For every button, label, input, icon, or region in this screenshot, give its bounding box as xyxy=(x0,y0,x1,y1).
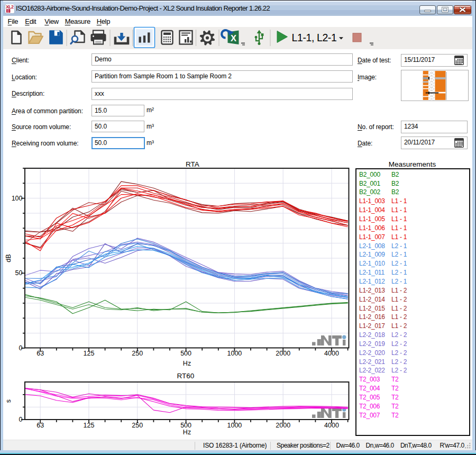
svg-text:RT60: RT60 xyxy=(177,372,195,380)
svg-text:100: 100 xyxy=(12,195,23,202)
svg-text:250: 250 xyxy=(132,350,143,357)
svg-text:2000: 2000 xyxy=(276,422,290,429)
svg-text:63: 63 xyxy=(36,350,44,357)
svg-text:4000: 4000 xyxy=(324,422,339,429)
svg-text:250: 250 xyxy=(132,422,143,429)
svg-text:s: s xyxy=(5,399,12,403)
svg-text:1000: 1000 xyxy=(227,350,242,357)
svg-text:500: 500 xyxy=(180,350,191,357)
svg-text:50: 50 xyxy=(15,269,23,277)
svg-text:4000: 4000 xyxy=(324,350,339,357)
svg-text:125: 125 xyxy=(84,350,95,357)
svg-text:dB: dB xyxy=(5,254,12,262)
svg-text:0: 0 xyxy=(19,344,23,352)
svg-text:0: 0 xyxy=(19,416,23,423)
svg-text:125: 125 xyxy=(84,422,95,429)
svg-text:500: 500 xyxy=(180,422,191,429)
svg-text:RTA: RTA xyxy=(186,160,199,168)
svg-text:Hz: Hz xyxy=(183,429,191,436)
svg-text:63: 63 xyxy=(36,422,44,429)
svg-text:Measurements: Measurements xyxy=(389,160,436,168)
svg-text:1000: 1000 xyxy=(227,422,242,429)
svg-text:Hz: Hz xyxy=(183,360,191,367)
svg-text:2000: 2000 xyxy=(276,350,290,357)
